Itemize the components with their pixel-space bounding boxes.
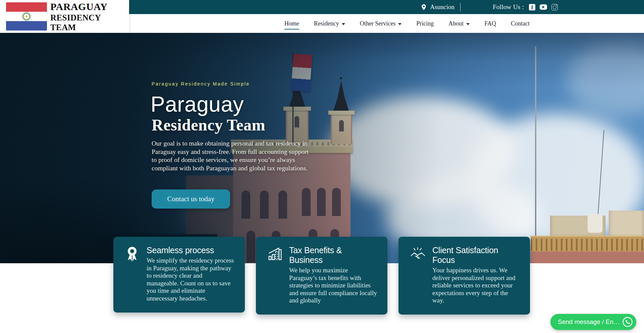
page: Asuncion Follow Us : f Home Residency Ot… bbox=[0, 0, 644, 333]
card-title: Seamless process bbox=[147, 245, 235, 255]
nav-item-home[interactable]: Home bbox=[284, 17, 299, 30]
facebook-icon[interactable]: f bbox=[529, 4, 535, 10]
location-label: Asuncion bbox=[430, 3, 454, 11]
location-group: Asuncion bbox=[421, 3, 454, 11]
hero-section: Paraguay Residency Made Simple Paraguay … bbox=[0, 33, 644, 263]
nav-item-pricing[interactable]: Pricing bbox=[416, 17, 434, 30]
card-client-satisfaction: Client Satisfaction Focus Your happiness… bbox=[398, 237, 530, 315]
whatsapp-label: Send message / Enviar ... bbox=[558, 318, 622, 326]
topbar-divider bbox=[460, 3, 461, 11]
contact-us-button[interactable]: Contact us today bbox=[152, 189, 230, 209]
card-title: Client Satisfaction Focus bbox=[432, 245, 520, 265]
card-text: We help you maximize Paraguay’s tax bene… bbox=[289, 267, 377, 304]
hero-paragraph: Our goal is to make obtaining personal a… bbox=[152, 140, 312, 172]
chevron-down-icon bbox=[398, 23, 401, 25]
hero-title: Paraguay bbox=[151, 92, 244, 117]
nav-item-other-services[interactable]: Other Services bbox=[360, 17, 401, 30]
social-icons: f bbox=[529, 4, 558, 10]
handshake-icon bbox=[411, 245, 425, 304]
card-text: We simplify the residency process in Par… bbox=[147, 257, 235, 302]
nav-item-about[interactable]: About bbox=[448, 17, 470, 30]
bar-chart-growth-icon bbox=[268, 245, 282, 304]
nav-item-faq[interactable]: FAQ bbox=[484, 17, 496, 30]
paraguay-emblem-icon bbox=[22, 12, 31, 21]
card-tax-benefits: Tax Benefits & Business We help you maxi… bbox=[256, 237, 387, 315]
nav-item-residency[interactable]: Residency bbox=[314, 17, 345, 30]
award-ribbon-icon bbox=[125, 245, 140, 302]
hero-subtitle: Residency Team bbox=[152, 116, 265, 134]
whatsapp-icon bbox=[622, 316, 633, 328]
nav-item-contact[interactable]: Contact bbox=[511, 17, 530, 30]
site-logo[interactable]: PARAGUAY RESIDENCY TEAM bbox=[0, 0, 129, 33]
follow-us-label: Follow Us : bbox=[493, 3, 524, 11]
card-seamless-process: Seamless process We simplify the residen… bbox=[113, 237, 245, 313]
hero-tagline: Paraguay Residency Made Simple bbox=[152, 81, 250, 87]
location-pin-icon bbox=[421, 4, 426, 10]
whatsapp-chat-button[interactable]: Send message / Enviar ... bbox=[550, 314, 636, 330]
logo-text: PARAGUAY RESIDENCY TEAM bbox=[50, 2, 108, 32]
youtube-icon[interactable] bbox=[540, 4, 547, 10]
card-text: Your happiness drives us. We deliver per… bbox=[432, 267, 520, 304]
feature-cards: Seamless process We simplify the residen… bbox=[113, 237, 530, 315]
hero-content: Paraguay Residency Made Simple Paraguay … bbox=[0, 33, 644, 263]
paraguay-flag-icon bbox=[6, 2, 47, 31]
card-title: Tax Benefits & Business bbox=[289, 245, 377, 265]
chevron-down-icon bbox=[342, 23, 345, 25]
chevron-down-icon bbox=[466, 23, 470, 25]
instagram-icon[interactable] bbox=[551, 4, 558, 10]
